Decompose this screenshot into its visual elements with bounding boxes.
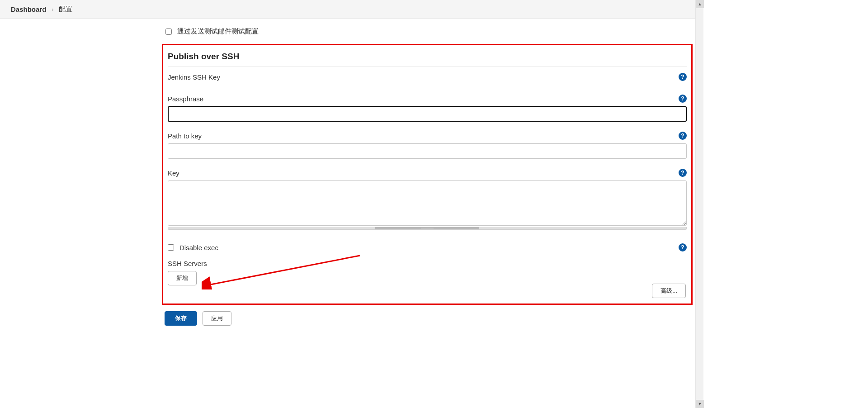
- passphrase-input[interactable]: [168, 106, 687, 122]
- scroll-up-icon[interactable]: ▲: [696, 0, 704, 8]
- test-email-checkbox[interactable]: [165, 28, 172, 35]
- add-ssh-server-button[interactable]: 新增: [168, 271, 197, 285]
- help-icon[interactable]: ?: [679, 243, 687, 251]
- key-textarea[interactable]: [168, 180, 687, 226]
- apply-button[interactable]: 应用: [203, 311, 231, 326]
- path-to-key-input[interactable]: [168, 143, 687, 159]
- test-email-label: 通过发送测试邮件测试配置: [177, 27, 259, 36]
- chevron-right-icon: ›: [52, 6, 53, 13]
- help-icon[interactable]: ?: [679, 132, 687, 140]
- publish-over-ssh-section: Publish over SSH Jenkins SSH Key ? Passp…: [162, 44, 693, 305]
- disable-exec-checkbox[interactable]: [168, 244, 174, 251]
- resize-handle[interactable]: [168, 227, 687, 230]
- vertical-scrollbar[interactable]: ▲ ▼: [695, 0, 703, 408]
- scroll-down-icon[interactable]: ▼: [696, 400, 704, 408]
- ssh-servers-label: SSH Servers: [168, 254, 687, 271]
- key-label: Key: [168, 169, 179, 177]
- breadcrumb-current: 配置: [59, 5, 72, 14]
- footer-bar: 保存 应用: [162, 311, 693, 326]
- help-icon[interactable]: ?: [679, 169, 687, 177]
- save-button[interactable]: 保存: [165, 311, 197, 326]
- help-icon[interactable]: ?: [679, 95, 687, 103]
- section-title: Publish over SSH: [168, 49, 687, 66]
- path-to-key-label: Path to key: [168, 132, 202, 140]
- disable-exec-label: Disable exec: [179, 244, 218, 251]
- jenkins-ssh-key-label: Jenkins SSH Key: [168, 73, 220, 81]
- test-email-row: 通过发送测试邮件测试配置: [162, 19, 693, 44]
- advanced-button[interactable]: 高级...: [652, 284, 686, 298]
- breadcrumb: Dashboard › 配置: [0, 0, 703, 19]
- passphrase-label: Passphrase: [168, 95, 203, 103]
- help-icon[interactable]: ?: [679, 73, 687, 81]
- breadcrumb-dashboard-link[interactable]: Dashboard: [11, 5, 46, 13]
